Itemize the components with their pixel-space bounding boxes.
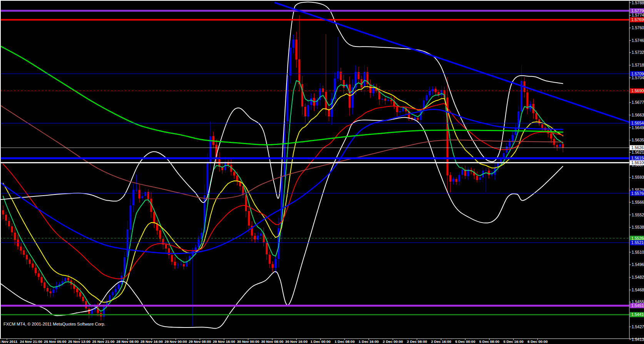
price-tick-label: 1.54275: [632, 324, 644, 329]
candle-bull: [402, 108, 404, 111]
candle-bull: [292, 40, 294, 48]
candle-bull: [177, 265, 179, 265]
price-badge-label: 1.57690: [631, 17, 644, 22]
time-tick-label: 24 Nov 21:00: [20, 339, 42, 344]
candle-bull: [260, 233, 262, 236]
candle-bull: [559, 144, 561, 147]
time-tick-label: 30 Nov 08:00: [261, 339, 284, 344]
candle-bull: [144, 192, 146, 196]
mt4-chart-window[interactable]: 1.578801.577401.576001.574601.573251.571…: [0, 0, 644, 344]
time-tick-label: 1 Dec 00:00: [310, 339, 330, 344]
price-badge-label: 1.57090: [631, 71, 644, 76]
price-tick-label: 1.57600: [632, 25, 644, 30]
candle-bear: [299, 60, 300, 84]
candle-bear: [449, 175, 451, 182]
price-level-badge: 1.57090: [630, 71, 644, 76]
candle-bear: [171, 255, 173, 261]
time-tick-label: 5 Dec 08:00: [479, 339, 499, 344]
price-level-badge: 1.56540: [630, 121, 644, 126]
candle-bear: [32, 263, 34, 268]
candle-bear: [541, 124, 543, 128]
candle-bear: [245, 195, 247, 211]
candle-bear: [562, 144, 564, 148]
price-level-badge: 1.56267: [630, 145, 644, 150]
candle-bear: [328, 110, 330, 116]
price-level-badge: 1.55760: [630, 191, 644, 196]
candle-bull: [500, 159, 502, 162]
candle-bull: [479, 177, 481, 180]
candle-bull: [364, 72, 365, 87]
time-tick-label: 28 Nov 08:00: [116, 339, 138, 344]
candle-bear: [390, 100, 392, 101]
candle-bull: [207, 162, 209, 195]
candle-bear: [174, 262, 176, 266]
candle-bull: [426, 95, 428, 101]
time-tick-label: 29 Nov 16:00: [213, 339, 235, 344]
price-tick-label: 1.55520: [632, 213, 644, 217]
candle-bear: [295, 40, 297, 60]
time-tick-label: 29 Nov 00:00: [165, 339, 187, 344]
candle-bear: [47, 288, 48, 291]
time-tick-label: 28 Nov 16:00: [140, 339, 163, 344]
candle-bear: [79, 292, 81, 296]
price-tick-label: 1.54685: [632, 287, 644, 292]
candle-bull: [112, 292, 113, 295]
candle-bull: [132, 190, 134, 205]
time-tick-label: 5 Dec 00:00: [455, 339, 475, 344]
candlestick-chart[interactable]: 1.578801.577401.576001.574601.573251.571…: [0, 0, 644, 344]
price-badge-label: 1.55760: [631, 191, 644, 196]
candle-bear: [67, 278, 69, 281]
candle-bull: [127, 229, 128, 257]
candle-bear: [322, 88, 324, 92]
candle-bull: [337, 71, 339, 78]
candle-bear: [85, 301, 87, 308]
price-badge-label: 1.55210: [631, 240, 644, 245]
candle-bull: [399, 111, 401, 112]
price-tick-label: 1.57460: [632, 38, 644, 43]
candle-bull: [452, 179, 454, 181]
candle-bull: [509, 141, 511, 146]
price-badge-label: 1.55260: [631, 236, 644, 241]
candle-bull: [381, 99, 383, 100]
price-badge-label: 1.54510: [631, 303, 644, 308]
candle-bull: [458, 175, 460, 181]
price-tick-label: 1.57185: [632, 63, 644, 67]
candle-bear: [417, 118, 419, 120]
candle-bull: [257, 236, 259, 240]
price-badge-label: 1.56150: [631, 156, 644, 160]
candle-bull: [485, 170, 487, 171]
candle-bear: [29, 259, 31, 264]
candle-bear: [76, 289, 78, 292]
candle-bear: [147, 192, 149, 199]
candle-bull: [135, 190, 137, 190]
candle-bull: [64, 278, 66, 281]
candle-bear: [550, 133, 552, 138]
candle-bear: [5, 215, 7, 221]
time-tick-label: 1 Dec 08:00: [335, 339, 355, 344]
candle-bear: [236, 176, 238, 181]
candle-bear: [159, 230, 161, 239]
price-badge-label: 1.57790: [631, 8, 644, 13]
candle-bear: [384, 99, 386, 101]
candle-bear: [43, 283, 45, 288]
candle-bear: [153, 212, 155, 223]
price-tick-label: 1.55380: [632, 225, 644, 229]
candle-bull: [414, 118, 416, 120]
candle-bear: [11, 226, 13, 233]
price-badge-label: 1.56100: [631, 160, 644, 165]
time-tick-label: 2 Dec 16:00: [431, 339, 451, 344]
candle-bull: [103, 306, 105, 317]
price-level-badge: 1.54510: [630, 303, 644, 308]
candle-bull: [387, 100, 389, 101]
candle-bull: [372, 88, 374, 93]
candle-bear: [168, 248, 170, 255]
price-tick-label: 1.56350: [632, 138, 644, 142]
candle-bear: [556, 145, 558, 147]
candle-bull: [130, 206, 132, 230]
price-level-badge: 1.55210: [630, 240, 644, 245]
candle-bear: [269, 254, 271, 264]
candle-bull: [52, 290, 54, 293]
price-tick-label: 1.54825: [632, 275, 644, 279]
candle-bear: [14, 233, 16, 240]
candle-bear: [138, 190, 140, 199]
